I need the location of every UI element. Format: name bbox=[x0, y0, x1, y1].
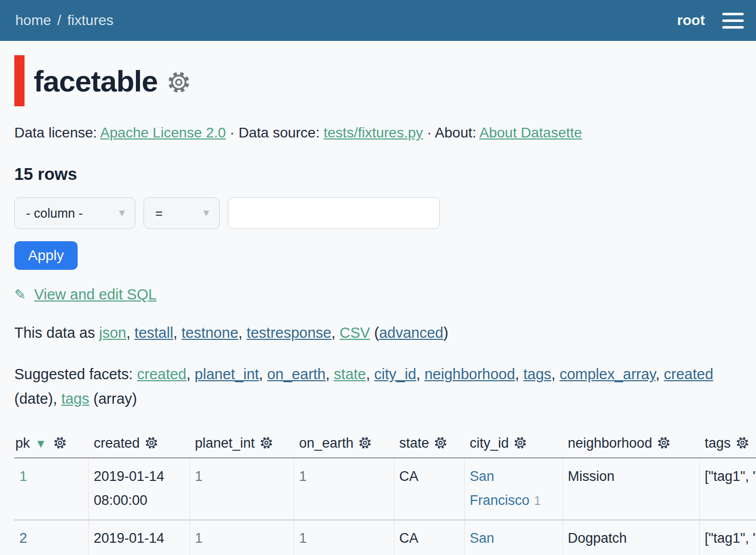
breadcrumb: home / fixtures bbox=[15, 12, 113, 29]
cell-state: CA bbox=[394, 520, 464, 555]
column-gear-icon-pk[interactable] bbox=[53, 436, 67, 450]
facet-link-tags[interactable]: tags bbox=[61, 390, 89, 407]
column-header-link-planet_int[interactable]: planet_int bbox=[195, 435, 255, 451]
facet-link-on_earth[interactable]: on_earth bbox=[267, 366, 326, 382]
export-prefix: This data as bbox=[14, 325, 99, 341]
column-header-created: created bbox=[88, 431, 190, 458]
cell-tags: ["tag1", "tag3"] bbox=[699, 520, 756, 555]
cell-state: CA bbox=[394, 458, 464, 520]
license-link[interactable]: Apache License 2.0 bbox=[100, 125, 226, 141]
column-header-link-neighborhood[interactable]: neighborhood bbox=[568, 435, 652, 451]
facet-link-state[interactable]: state bbox=[334, 366, 366, 382]
breadcrumb-home-link[interactable]: home bbox=[15, 12, 51, 29]
column-gear-icon-tags[interactable] bbox=[736, 436, 749, 450]
facet-link-planet_int[interactable]: planet_int bbox=[195, 366, 259, 382]
facet-link-created[interactable]: created bbox=[664, 366, 714, 382]
cell-created: 2019-01-14 08:00:00 bbox=[88, 458, 190, 520]
filter-operator-select[interactable]: = ▼ bbox=[144, 197, 220, 229]
city-link[interactable]: San Francisco bbox=[470, 530, 530, 555]
facets-prefix: Suggested facets: bbox=[14, 366, 137, 382]
breadcrumb-fixtures-link[interactable]: fixtures bbox=[67, 12, 113, 29]
row-pk-link-2[interactable]: 2 bbox=[19, 530, 27, 546]
column-header-neighborhood: neighborhood bbox=[562, 431, 699, 458]
on-earth-value: 1 bbox=[299, 530, 307, 546]
about-label: About: bbox=[435, 125, 476, 141]
row-pk-link-1[interactable]: 1 bbox=[19, 469, 27, 484]
source-link[interactable]: tests/fixtures.py bbox=[324, 125, 423, 141]
column-header-pk: pk▼ bbox=[14, 431, 88, 458]
column-gear-icon-state[interactable] bbox=[434, 436, 447, 450]
cell-on-earth: 1 bbox=[294, 520, 394, 555]
column-gear-icon-planet_int[interactable] bbox=[259, 436, 273, 450]
apply-button[interactable]: Apply bbox=[14, 241, 78, 270]
pencil-icon: ✎ bbox=[14, 287, 26, 303]
page-main: facetable Data license: Apache License 2… bbox=[0, 55, 756, 555]
export-link-advanced[interactable]: advanced bbox=[379, 325, 443, 341]
table-row-pk-1: 12019-01-14 08:00:0011CASan Francisco1Mi… bbox=[14, 458, 756, 520]
city-link[interactable]: San Francisco bbox=[470, 469, 530, 508]
table-settings-gear-icon[interactable] bbox=[167, 70, 191, 95]
user-root-link[interactable]: root bbox=[677, 12, 705, 29]
column-gear-icon-city_id[interactable] bbox=[513, 436, 527, 450]
export-links: json, testall, testnone, testresponse, C… bbox=[99, 325, 448, 341]
hamburger-menu-icon[interactable] bbox=[722, 13, 744, 29]
breadcrumb-separator: / bbox=[57, 12, 61, 29]
top-nav-bar: home / fixtures root bbox=[0, 0, 756, 41]
results-table: pk▼createdplanet_inton_earthstatecity_id… bbox=[14, 431, 756, 555]
column-header-link-city_id[interactable]: city_id bbox=[470, 435, 509, 451]
column-header-on_earth: on_earth bbox=[294, 431, 394, 458]
filter-column-select[interactable]: - column - ▼ bbox=[14, 197, 135, 229]
facet-link-complex_array[interactable]: complex_array bbox=[559, 366, 655, 382]
column-gear-icon-on_earth[interactable] bbox=[358, 436, 372, 450]
column-header-city_id: city_id bbox=[464, 431, 562, 458]
column-header-link-pk[interactable]: pk bbox=[15, 435, 30, 451]
column-header-link-state[interactable]: state bbox=[399, 435, 430, 451]
cell-city-id: San Francisco1 bbox=[464, 520, 562, 555]
filter-operator-select-value: = bbox=[155, 206, 163, 221]
city-id-number: 1 bbox=[534, 494, 541, 507]
filter-row: - column - ▼ = ▼ bbox=[14, 197, 756, 229]
column-gear-icon-created[interactable] bbox=[145, 436, 158, 450]
export-link-json[interactable]: json bbox=[99, 325, 126, 341]
filter-value-input[interactable] bbox=[228, 197, 440, 229]
export-link-testresponse[interactable]: testresponse bbox=[247, 325, 332, 341]
metadata-line: Data license: Apache License 2.0 · Data … bbox=[14, 125, 756, 141]
results-table-wrap: pk▼createdplanet_inton_earthstatecity_id… bbox=[14, 431, 756, 555]
column-gear-icon-neighborhood[interactable] bbox=[657, 436, 671, 450]
row-count-heading: 15 rows bbox=[14, 165, 756, 184]
column-header-state: state bbox=[394, 431, 464, 458]
table-row-pk-2: 22019-01-14 08:00:0011CASan Francisco1Do… bbox=[14, 520, 756, 555]
column-header-planet_int: planet_int bbox=[190, 431, 294, 458]
about-link[interactable]: About Datasette bbox=[480, 125, 582, 141]
filter-column-select-value: - column - bbox=[26, 206, 83, 221]
facet-link-city_id[interactable]: city_id bbox=[374, 366, 416, 382]
cell-city-id: San Francisco1 bbox=[464, 458, 562, 520]
suggested-facets-line: Suggested facets: created, planet_int, o… bbox=[14, 362, 742, 411]
column-header-link-tags[interactable]: tags bbox=[705, 435, 731, 451]
cell-pk: 1 bbox=[14, 458, 88, 520]
planet-int-value: 1 bbox=[195, 469, 203, 484]
sql-line: ✎ View and edit SQL bbox=[14, 286, 756, 303]
cell-created: 2019-01-14 08:00:00 bbox=[88, 520, 190, 555]
top-right-controls: root bbox=[677, 12, 744, 29]
chevron-down-icon: ▼ bbox=[117, 207, 127, 219]
sort-descending-icon: ▼ bbox=[35, 437, 47, 450]
cell-on-earth: 1 bbox=[294, 458, 394, 520]
chevron-down-icon: ▼ bbox=[201, 207, 211, 219]
column-header-tags: tags bbox=[699, 431, 756, 458]
cell-planet-int: 1 bbox=[190, 520, 294, 555]
column-header-link-on_earth[interactable]: on_earth bbox=[299, 435, 354, 451]
export-link-testnone[interactable]: testnone bbox=[181, 325, 238, 341]
column-header-link-created[interactable]: created bbox=[94, 435, 140, 451]
view-edit-sql-link[interactable]: View and edit SQL bbox=[34, 286, 157, 303]
facet-link-created[interactable]: created bbox=[137, 366, 186, 382]
cell-tags: ["tag1", "tag2"] bbox=[699, 458, 756, 520]
on-earth-value: 1 bbox=[299, 469, 307, 484]
cell-planet-int: 1 bbox=[190, 458, 294, 520]
export-link-CSV[interactable]: CSV bbox=[340, 325, 370, 341]
table-header-row: pk▼createdplanet_inton_earthstatecity_id… bbox=[14, 431, 756, 458]
dot-separator: · bbox=[427, 125, 432, 141]
facet-link-neighborhood[interactable]: neighborhood bbox=[424, 366, 515, 382]
facet-link-tags[interactable]: tags bbox=[523, 366, 551, 382]
export-link-testall[interactable]: testall bbox=[134, 325, 173, 341]
